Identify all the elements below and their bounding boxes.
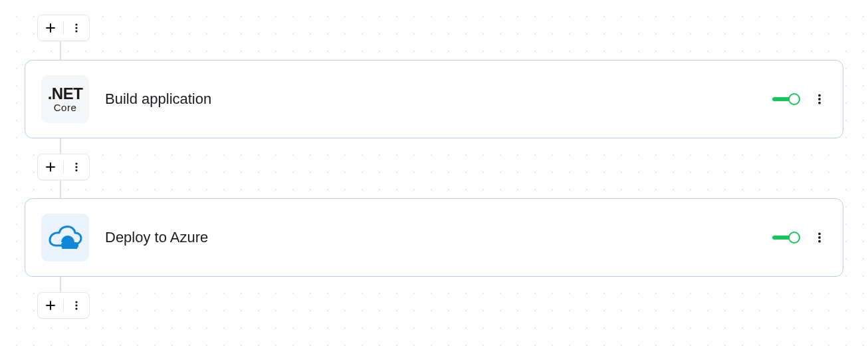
pipeline-canvas: .NET Core Build application xyxy=(0,0,868,346)
connector-line xyxy=(60,41,61,60)
plus-icon xyxy=(45,300,56,311)
svg-rect-10 xyxy=(61,242,78,248)
svg-point-16 xyxy=(75,307,77,309)
more-vertical-icon xyxy=(71,300,82,311)
connector-line xyxy=(60,138,61,155)
enable-step-toggle[interactable] xyxy=(772,93,800,105)
step-title: Build application xyxy=(105,90,772,108)
step-title: Deploy to Azure xyxy=(105,229,772,246)
add-step-pill xyxy=(37,15,90,41)
svg-point-15 xyxy=(75,304,77,306)
pipeline-step-card[interactable]: Deploy to Azure xyxy=(25,198,843,277)
connector-line xyxy=(60,277,61,293)
icon-text-bottom: Core xyxy=(54,102,77,112)
more-vertical-icon xyxy=(814,93,825,105)
divider xyxy=(63,299,64,312)
add-step-button[interactable] xyxy=(43,21,58,35)
svg-point-14 xyxy=(75,301,77,303)
more-actions-button[interactable] xyxy=(69,298,84,313)
svg-point-13 xyxy=(818,240,821,243)
svg-point-8 xyxy=(75,169,77,171)
more-vertical-icon xyxy=(814,232,825,244)
svg-point-3 xyxy=(818,94,821,96)
add-step-button[interactable] xyxy=(43,160,58,174)
add-step-pill xyxy=(37,292,90,319)
step-more-button[interactable] xyxy=(812,92,827,106)
step-actions xyxy=(772,92,827,106)
svg-point-6 xyxy=(75,162,77,164)
plus-icon xyxy=(45,23,56,33)
icon-text-top: .NET xyxy=(48,86,83,102)
svg-point-5 xyxy=(818,102,821,104)
toggle-knob xyxy=(788,93,800,105)
toggle-knob xyxy=(788,232,800,244)
more-vertical-icon xyxy=(71,23,82,33)
more-actions-button[interactable] xyxy=(69,21,84,35)
enable-step-toggle[interactable] xyxy=(772,232,800,244)
plus-icon xyxy=(45,162,56,172)
svg-point-12 xyxy=(818,236,821,239)
connector-line xyxy=(60,180,61,198)
add-step-pill xyxy=(37,154,90,180)
divider xyxy=(63,160,64,174)
svg-point-2 xyxy=(75,30,77,32)
svg-point-4 xyxy=(818,98,821,100)
svg-point-0 xyxy=(75,23,77,25)
step-more-button[interactable] xyxy=(812,230,827,245)
azure-cloud-icon xyxy=(41,214,89,261)
pipeline-step-card[interactable]: .NET Core Build application xyxy=(25,60,843,138)
more-vertical-icon xyxy=(71,162,82,172)
svg-point-1 xyxy=(75,27,77,29)
svg-point-11 xyxy=(818,232,821,235)
cloud-icon xyxy=(48,224,82,251)
more-actions-button[interactable] xyxy=(69,160,84,174)
step-actions xyxy=(772,230,827,245)
dotnet-core-icon: .NET Core xyxy=(41,75,89,123)
svg-point-7 xyxy=(75,166,77,168)
add-step-button[interactable] xyxy=(43,298,58,313)
divider xyxy=(63,21,64,35)
